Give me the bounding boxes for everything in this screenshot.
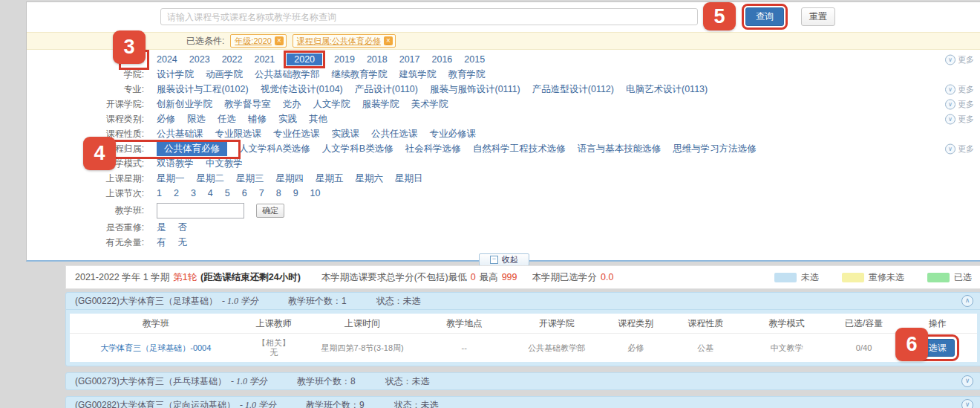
filter-option[interactable]: 辅修 — [248, 113, 267, 126]
filter-option[interactable]: 10 — [310, 188, 321, 198]
more-link[interactable]: ∨更多 — [945, 54, 974, 65]
filter-option[interactable]: 人文学科A类选修 — [239, 143, 310, 155]
filter-option[interactable]: 服装设计与工程(0102) — [157, 83, 249, 96]
annotation-step-4: 4 — [83, 137, 116, 170]
filter-option[interactable]: 无 — [178, 236, 188, 249]
filter-option[interactable]: 星期五 — [316, 172, 344, 185]
filter-option[interactable]: 4 — [208, 188, 213, 198]
more-link[interactable]: ∨更多 — [945, 84, 974, 95]
tag-close-icon[interactable]: × — [275, 36, 284, 45]
teaching-class-input[interactable] — [157, 203, 244, 218]
filter-option[interactable]: 2016 — [432, 54, 453, 65]
collapse-section-icon[interactable]: ∧ — [961, 295, 973, 307]
col-place: 教学地点 — [419, 314, 509, 334]
filter-option[interactable]: 是 — [157, 221, 166, 234]
filter-option[interactable]: 专业限选课 — [215, 128, 262, 140]
filter-option[interactable]: 自然科学工程技术选修 — [473, 143, 566, 155]
class-name-link[interactable]: 大学体育三（足球基础）-0004 — [70, 334, 242, 363]
filter-option[interactable]: 服装学院 — [362, 98, 399, 111]
filter-option[interactable]: 社会科学选修 — [405, 143, 461, 155]
more-link[interactable]: ∨更多 — [945, 143, 974, 155]
section-body: 教学班 上课教师 上课时间 教学地点 开课学院 课程类别 课程性质 教学模式 已… — [65, 310, 980, 366]
filter-option[interactable]: 2023 — [189, 54, 210, 65]
filter-option[interactable]: 专业任选课 — [273, 128, 320, 140]
expand-section-icon[interactable]: ∨ — [961, 399, 973, 408]
filter-row-3: 开课学院:创新创业学院教学督导室党办人文学院服装学院美术学院∨更多 — [27, 97, 980, 111]
filter-option[interactable]: 2022 — [222, 54, 243, 65]
query-button[interactable]: 查询 — [745, 7, 784, 26]
filter-option[interactable]: 2 — [174, 188, 179, 198]
section-header[interactable]: (GG00273)大学体育三（乒乓球基础） - 1.0 学分 教学班个数：8 状… — [65, 372, 980, 390]
legend-swatch-unselected — [774, 273, 797, 282]
filter-option[interactable]: 中文教学 — [206, 158, 243, 170]
filter-option[interactable]: 2020 — [287, 54, 322, 65]
filter-option[interactable]: 美术学院 — [411, 98, 448, 111]
filter-option[interactable]: 教育学院 — [448, 68, 486, 81]
filter-tag-grade[interactable]: 年级:2020 × — [230, 34, 287, 48]
filter-option[interactable]: 2018 — [367, 54, 388, 65]
filter-option[interactable]: 星期三 — [236, 172, 264, 185]
filter-option[interactable]: 服装与服饰设计(0111) — [430, 83, 520, 96]
expand-section-icon[interactable]: ∨ — [961, 375, 973, 387]
filter-option[interactable]: 实践 — [278, 113, 297, 126]
filter-option[interactable]: 6 — [242, 188, 247, 198]
filter-option[interactable]: 3 — [191, 188, 196, 198]
filter-option[interactable]: 星期日 — [395, 172, 423, 185]
filter-option[interactable]: 教学督导室 — [224, 98, 271, 111]
more-link[interactable]: ∨更多 — [945, 99, 974, 110]
filter-option[interactable]: 公共基础课 — [157, 128, 203, 140]
filter-option[interactable]: 7 — [259, 188, 264, 198]
col-college: 开课学院 — [509, 314, 604, 334]
search-input[interactable] — [160, 8, 698, 25]
filter-option[interactable]: 有 — [157, 236, 166, 249]
filter-option[interactable]: 公共基础教学部 — [255, 68, 320, 81]
filter-option[interactable]: 专业必修课 — [430, 128, 477, 140]
filter-option[interactable]: 1 — [157, 188, 162, 198]
filter-option[interactable]: 2019 — [334, 54, 355, 65]
filter-option[interactable]: 9 — [293, 188, 298, 198]
filter-option[interactable]: 5 — [225, 188, 230, 198]
place-cell: -- — [419, 334, 509, 363]
filter-option[interactable]: 人文学院 — [313, 98, 350, 111]
filter-tag-course-attribution[interactable]: 课程归属:公共体育必修 × — [293, 34, 396, 48]
filter-option[interactable]: 人文学科B类选修 — [322, 143, 393, 155]
filter-option[interactable]: 2015 — [464, 54, 485, 65]
filter-option[interactable]: 建筑学院 — [399, 68, 437, 81]
filter-option[interactable]: 限选 — [187, 113, 206, 126]
filter-option[interactable]: 创新创业学院 — [157, 98, 212, 111]
more-link[interactable]: ∨更多 — [945, 114, 974, 125]
filter-option[interactable]: 实践课 — [332, 128, 360, 140]
filter-option[interactable]: 思维与学习方法选修 — [673, 143, 757, 155]
filter-option[interactable]: 否 — [178, 221, 188, 234]
filter-option[interactable]: 星期一 — [157, 172, 185, 185]
reset-button[interactable]: 重置 — [801, 7, 835, 26]
tag-close-icon[interactable]: × — [384, 36, 393, 45]
filter-option[interactable]: 公共体育必修 — [157, 142, 227, 156]
filter-option[interactable]: 产品造型设计(0112) — [532, 83, 614, 96]
filter-option[interactable]: 2021 — [254, 54, 275, 65]
filter-option[interactable]: 其他 — [309, 113, 327, 126]
filter-option[interactable]: 8 — [276, 188, 281, 198]
filter-option[interactable]: 电脑艺术设计(0113) — [626, 83, 708, 96]
filter-option[interactable]: 产品设计(0110) — [355, 83, 418, 96]
course-section-gg00273: (GG00273)大学体育三（乒乓球基础） - 1.0 学分 教学班个数：8 状… — [65, 372, 980, 390]
section-header[interactable]: (GG00222)大学体育三（足球基础） - 1.0 学分 教学班个数：1 状态… — [65, 292, 980, 310]
filter-option[interactable]: 设计学院 — [157, 68, 194, 81]
filter-option[interactable]: 2017 — [399, 54, 420, 65]
collapse-panel-button[interactable]: − 收起 — [479, 253, 529, 266]
filter-option[interactable]: 党办 — [283, 98, 301, 111]
filter-option[interactable]: 语言与基本技能选修 — [578, 143, 662, 155]
filter-option[interactable]: 星期四 — [276, 172, 304, 185]
section-header[interactable]: (GG00282)大学体育三（定向运动基础） - 1.0 学分 教学班个数：9 … — [65, 396, 980, 408]
filter-option[interactable]: 星期二 — [197, 172, 225, 185]
filter-option[interactable]: 公共任选课 — [371, 128, 418, 140]
filter-option[interactable]: 视觉传达设计(0104) — [261, 83, 343, 96]
filter-option[interactable]: 动画学院 — [206, 68, 243, 81]
filter-option[interactable]: 双语教学 — [157, 158, 194, 170]
confirm-button[interactable]: 确定 — [256, 204, 284, 218]
filter-option[interactable]: 星期六 — [356, 172, 384, 185]
filter-option[interactable]: 继续教育学院 — [332, 68, 388, 81]
filter-option[interactable]: 必修 — [157, 113, 175, 126]
filter-option[interactable]: 任选 — [218, 113, 236, 126]
filter-option[interactable]: 2024 — [157, 54, 177, 65]
